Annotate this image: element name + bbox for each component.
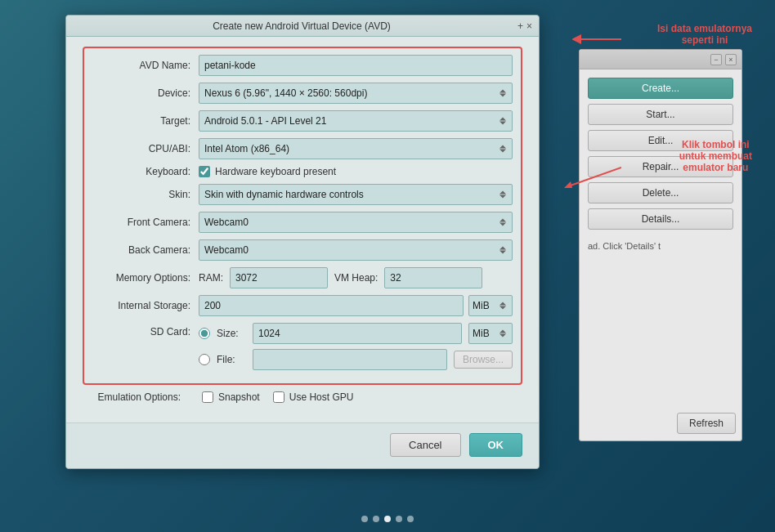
device-control: Nexus 6 (5.96", 1440 × 2560: 560dpi) [199, 83, 513, 104]
ram-input[interactable] [230, 267, 328, 288]
cpu-abi-control: Intel Atom (x86_64) [199, 138, 513, 159]
memory-inputs: RAM: VM Heap: [199, 267, 513, 288]
refresh-button[interactable]: Refresh [677, 413, 736, 434]
keyboard-label: Keyboard: [92, 166, 199, 177]
bg-minimize-icon[interactable]: − [710, 54, 722, 65]
internal-storage-label: Internal Storage: [92, 300, 199, 311]
emulation-options-label: Emulation Options: [83, 391, 189, 403]
memory-label: Memory Options: [92, 272, 199, 284]
dialog-footer: Cancel OK [66, 422, 539, 468]
device-row: Device: Nexus 6 (5.96", 1440 × 2560: 560… [92, 83, 513, 104]
page-dots [361, 516, 414, 522]
form-highlight-box: AVD Name: Device: Nexus 6 (5.96", 1440 ×… [83, 47, 522, 385]
back-camera-control: Webcam0 [199, 239, 513, 261]
host-gpu-checkbox[interactable] [273, 391, 284, 403]
internal-storage-unit-wrap: MiB [468, 295, 513, 316]
memory-control: RAM: VM Heap: [199, 267, 513, 288]
ok-button[interactable]: OK [469, 433, 523, 457]
sdcard-options: Size: MiB [199, 323, 513, 370]
sdcard-size-radio[interactable] [199, 328, 210, 339]
annotation-bottom-right: Klik tombol ini untuk membuat emulator b… [679, 139, 752, 173]
background-window: − × Create... Start... Edit... Repair...… [579, 49, 742, 441]
snapshot-checkbox[interactable] [202, 391, 213, 403]
sdcard-file-label: File: [217, 354, 246, 365]
internal-storage-input[interactable] [199, 295, 464, 316]
dialog-title: Create new Android Virtual Device (AVD) [213, 20, 391, 32]
keyboard-row: Keyboard: Hardware keyboard present [92, 166, 513, 177]
ram-label: RAM: [199, 272, 223, 284]
cpu-abi-select[interactable]: Intel Atom (x86_64) [199, 138, 513, 159]
avd-name-row: AVD Name: [92, 55, 513, 76]
cpu-abi-row: CPU/ABI: Intel Atom (x86_64) [92, 138, 513, 159]
details-button[interactable]: Details... [588, 208, 733, 230]
keyboard-checkbox-row: Hardware keyboard present [199, 166, 513, 177]
keyboard-checkbox-label: Hardware keyboard present [215, 166, 336, 177]
sdcard-row: SD Card: Size: MiB [92, 323, 513, 370]
emulation-checkboxes: Snapshot Use Host GPU [202, 391, 353, 403]
sdcard-size-input[interactable] [253, 323, 462, 344]
back-camera-row: Back Camera: Webcam0 [92, 239, 513, 261]
dialog-close-icon[interactable]: × [526, 20, 532, 32]
dot-2 [373, 516, 379, 522]
sdcard-size-row: Size: MiB [199, 323, 513, 344]
status-text: ad. Click 'Details' t [588, 241, 733, 251]
vm-heap-label: VM Heap: [334, 272, 378, 284]
host-gpu-checkbox-row: Use Host GPU [273, 391, 354, 403]
dot-1 [361, 516, 368, 522]
dot-3 [384, 516, 391, 522]
front-camera-control: Webcam0 [199, 212, 513, 233]
avd-name-label: AVD Name: [92, 60, 199, 71]
browse-button[interactable]: Browse... [454, 351, 513, 369]
front-camera-label: Front Camera: [92, 217, 199, 228]
dialog-title-icons: + × [517, 20, 532, 32]
target-control: Android 5.0.1 - API Level 21 [199, 110, 513, 132]
memory-row: Memory Options: RAM: VM Heap: [92, 267, 513, 288]
avd-dialog: Create new Android Virtual Device (AVD) … [65, 15, 540, 469]
sdcard-file-input[interactable] [253, 349, 447, 370]
cpu-abi-label: CPU/ABI: [92, 143, 199, 154]
sdcard-control: Size: MiB [199, 323, 513, 370]
sdcard-unit-select[interactable]: MiB [468, 323, 513, 344]
internal-storage-inputs: MiB [199, 295, 513, 316]
avd-name-control [199, 55, 513, 76]
keyboard-checkbox[interactable] [199, 166, 210, 177]
internal-storage-unit-select[interactable]: MiB [468, 295, 513, 316]
svg-marker-3 [564, 181, 572, 188]
snapshot-label: Snapshot [218, 391, 260, 403]
vm-heap-input[interactable] [384, 267, 482, 288]
annotation-top-right: Isi data emulatornya seperti ini [657, 23, 752, 46]
target-select[interactable]: Android 5.0.1 - API Level 21 [199, 110, 513, 132]
internal-storage-control: MiB [199, 295, 513, 316]
device-label: Device: [92, 87, 199, 99]
avd-name-input[interactable] [199, 55, 513, 76]
device-select[interactable]: Nexus 6 (5.96", 1440 × 2560: 560dpi) [199, 83, 513, 104]
start-button[interactable]: Start... [588, 104, 733, 125]
create-button[interactable]: Create... [588, 78, 733, 99]
dialog-titlebar: Create new Android Virtual Device (AVD) … [66, 16, 539, 37]
dot-4 [396, 516, 402, 522]
bg-window-titlebar: − × [580, 50, 741, 69]
bg-close-icon[interactable]: × [725, 54, 737, 65]
skin-label: Skin: [92, 189, 199, 200]
dot-5 [407, 516, 414, 522]
dialog-add-icon[interactable]: + [517, 20, 523, 32]
skin-control: Skin with dynamic hardware controls [199, 184, 513, 205]
cancel-button[interactable]: Cancel [390, 433, 460, 457]
sdcard-file-radio[interactable] [199, 354, 210, 365]
back-camera-select[interactable]: Webcam0 [199, 239, 513, 261]
snapshot-checkbox-row: Snapshot [202, 391, 260, 403]
svg-line-2 [568, 168, 621, 186]
skin-row: Skin: Skin with dynamic hardware control… [92, 184, 513, 205]
sdcard-label: SD Card: [92, 323, 199, 338]
skin-select[interactable]: Skin with dynamic hardware controls [199, 184, 513, 205]
sdcard-unit-wrap: MiB [468, 323, 513, 344]
sdcard-size-label: Size: [217, 328, 246, 339]
back-camera-label: Back Camera: [92, 244, 199, 256]
emulation-options-row: Emulation Options: Snapshot Use Host GPU [83, 391, 522, 403]
target-label: Target: [92, 115, 199, 127]
keyboard-control: Hardware keyboard present [199, 166, 513, 177]
dialog-body: AVD Name: Device: Nexus 6 (5.96", 1440 ×… [66, 37, 539, 422]
sdcard-file-row: File: Browse... [199, 349, 513, 370]
front-camera-row: Front Camera: Webcam0 [92, 212, 513, 233]
front-camera-select[interactable]: Webcam0 [199, 212, 513, 233]
